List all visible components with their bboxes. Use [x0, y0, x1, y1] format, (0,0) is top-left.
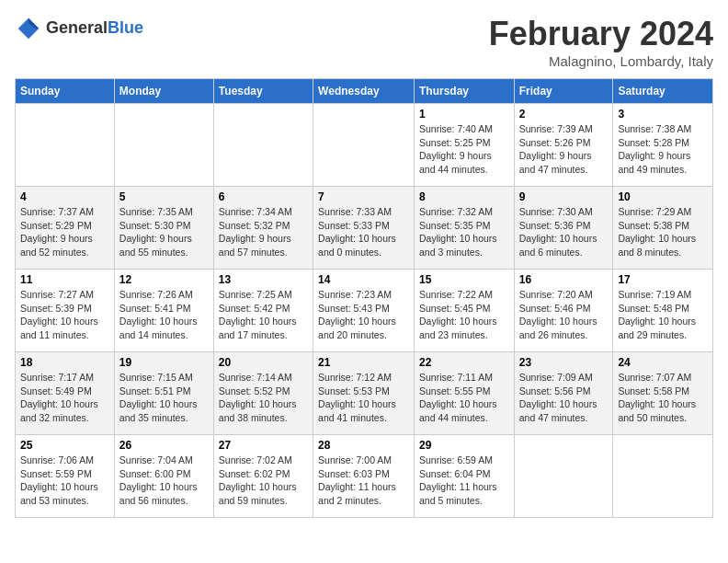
day-number: 2: [519, 108, 609, 121]
day-info: Sunrise: 7:30 AM Sunset: 5:36 PM Dayligh…: [519, 205, 609, 259]
day-number: 22: [419, 356, 509, 369]
calendar-cell: 10Sunrise: 7:29 AM Sunset: 5:38 PM Dayli…: [613, 187, 713, 270]
day-number: 20: [219, 356, 308, 369]
calendar-cell: 8Sunrise: 7:32 AM Sunset: 5:35 PM Daylig…: [414, 187, 514, 270]
calendar-cell: 20Sunrise: 7:14 AM Sunset: 5:52 PM Dayli…: [213, 352, 313, 435]
day-number: 15: [419, 273, 509, 286]
calendar-week-row: 1Sunrise: 7:40 AM Sunset: 5:25 PM Daylig…: [16, 104, 713, 187]
calendar-cell: 23Sunrise: 7:09 AM Sunset: 5:56 PM Dayli…: [514, 352, 613, 435]
day-info: Sunrise: 7:39 AM Sunset: 5:26 PM Dayligh…: [519, 122, 609, 177]
calendar-cell: 9Sunrise: 7:30 AM Sunset: 5:36 PM Daylig…: [514, 187, 613, 270]
calendar-cell: [514, 435, 613, 518]
day-number: 24: [618, 356, 708, 369]
day-number: 6: [219, 190, 308, 203]
day-info: Sunrise: 7:02 AM Sunset: 6:02 PM Dayligh…: [219, 454, 308, 508]
day-number: 14: [318, 273, 409, 286]
day-number: 17: [618, 273, 708, 286]
calendar-cell: 5Sunrise: 7:35 AM Sunset: 5:30 PM Daylig…: [114, 187, 213, 270]
day-info: Sunrise: 7:06 AM Sunset: 5:59 PM Dayligh…: [20, 454, 109, 508]
day-number: 13: [219, 273, 308, 286]
calendar-cell: 14Sunrise: 7:23 AM Sunset: 5:43 PM Dayli…: [313, 270, 415, 352]
day-number: 5: [119, 190, 209, 203]
calendar-cell: 12Sunrise: 7:26 AM Sunset: 5:41 PM Dayli…: [114, 270, 213, 352]
page-header: GeneralBlue February 2024 Malagnino, Lom…: [15, 15, 713, 69]
calendar-cell: 21Sunrise: 7:12 AM Sunset: 5:53 PM Dayli…: [313, 352, 415, 435]
day-info: Sunrise: 7:38 AM Sunset: 5:28 PM Dayligh…: [618, 122, 708, 177]
day-number: 26: [119, 439, 209, 452]
calendar-week-row: 11Sunrise: 7:27 AM Sunset: 5:39 PM Dayli…: [16, 270, 713, 352]
day-number: 10: [618, 190, 708, 203]
day-number: 27: [219, 439, 308, 452]
calendar-cell: 27Sunrise: 7:02 AM Sunset: 6:02 PM Dayli…: [213, 435, 313, 518]
calendar-cell: 3Sunrise: 7:38 AM Sunset: 5:28 PM Daylig…: [613, 104, 713, 187]
day-number: 28: [318, 439, 409, 452]
calendar-cell: [114, 104, 213, 187]
calendar-cell: [213, 104, 313, 187]
day-info: Sunrise: 7:09 AM Sunset: 5:56 PM Dayligh…: [519, 371, 609, 425]
calendar-week-row: 4Sunrise: 7:37 AM Sunset: 5:29 PM Daylig…: [16, 187, 713, 270]
calendar-cell: 1Sunrise: 7:40 AM Sunset: 5:25 PM Daylig…: [414, 104, 514, 187]
day-number: 4: [20, 190, 109, 203]
day-number: 23: [519, 356, 609, 369]
day-number: 25: [20, 439, 109, 452]
calendar-cell: 24Sunrise: 7:07 AM Sunset: 5:58 PM Dayli…: [613, 352, 713, 435]
day-number: 3: [618, 108, 708, 121]
column-header-wednesday: Wednesday: [313, 79, 415, 104]
calendar-cell: 13Sunrise: 7:25 AM Sunset: 5:42 PM Dayli…: [213, 270, 313, 352]
column-header-thursday: Thursday: [414, 79, 514, 104]
location: Malagnino, Lombardy, Italy: [489, 53, 713, 69]
day-info: Sunrise: 7:35 AM Sunset: 5:30 PM Dayligh…: [119, 205, 209, 259]
logo-text: GeneralBlue: [46, 19, 143, 38]
day-number: 7: [318, 190, 409, 203]
calendar-header-row: SundayMondayTuesdayWednesdayThursdayFrid…: [16, 79, 713, 104]
calendar-table: SundayMondayTuesdayWednesdayThursdayFrid…: [15, 78, 713, 518]
day-info: Sunrise: 7:04 AM Sunset: 6:00 PM Dayligh…: [119, 454, 209, 508]
calendar-cell: 26Sunrise: 7:04 AM Sunset: 6:00 PM Dayli…: [114, 435, 213, 518]
day-info: Sunrise: 7:11 AM Sunset: 5:55 PM Dayligh…: [419, 371, 509, 425]
calendar-cell: 29Sunrise: 6:59 AM Sunset: 6:04 PM Dayli…: [414, 435, 514, 518]
day-info: Sunrise: 7:07 AM Sunset: 5:58 PM Dayligh…: [618, 371, 708, 425]
day-number: 11: [20, 273, 109, 286]
calendar-cell: 16Sunrise: 7:20 AM Sunset: 5:46 PM Dayli…: [514, 270, 613, 352]
day-info: Sunrise: 7:40 AM Sunset: 5:25 PM Dayligh…: [419, 122, 509, 177]
day-number: 21: [318, 356, 409, 369]
title-block: February 2024 Malagnino, Lombardy, Italy: [489, 15, 713, 69]
calendar-week-row: 18Sunrise: 7:17 AM Sunset: 5:49 PM Dayli…: [16, 352, 713, 435]
day-info: Sunrise: 7:17 AM Sunset: 5:49 PM Dayligh…: [20, 371, 109, 425]
calendar-cell: 25Sunrise: 7:06 AM Sunset: 5:59 PM Dayli…: [16, 435, 115, 518]
column-header-monday: Monday: [114, 79, 213, 104]
calendar-week-row: 25Sunrise: 7:06 AM Sunset: 5:59 PM Dayli…: [16, 435, 713, 518]
day-number: 29: [419, 439, 509, 452]
day-info: Sunrise: 7:22 AM Sunset: 5:45 PM Dayligh…: [419, 288, 509, 342]
calendar-cell: 6Sunrise: 7:34 AM Sunset: 5:32 PM Daylig…: [213, 187, 313, 270]
day-info: Sunrise: 7:19 AM Sunset: 5:48 PM Dayligh…: [618, 288, 708, 342]
day-info: Sunrise: 7:27 AM Sunset: 5:39 PM Dayligh…: [20, 288, 109, 342]
calendar-cell: [613, 435, 713, 518]
calendar-cell: 2Sunrise: 7:39 AM Sunset: 5:26 PM Daylig…: [514, 104, 613, 187]
day-info: Sunrise: 7:23 AM Sunset: 5:43 PM Dayligh…: [318, 288, 409, 342]
calendar-cell: [313, 104, 415, 187]
calendar-cell: 11Sunrise: 7:27 AM Sunset: 5:39 PM Dayli…: [16, 270, 115, 352]
day-info: Sunrise: 7:34 AM Sunset: 5:32 PM Dayligh…: [219, 205, 308, 259]
day-info: Sunrise: 7:12 AM Sunset: 5:53 PM Dayligh…: [318, 371, 409, 425]
day-number: 12: [119, 273, 209, 286]
day-info: Sunrise: 7:26 AM Sunset: 5:41 PM Dayligh…: [119, 288, 209, 342]
day-number: 16: [519, 273, 609, 286]
day-info: Sunrise: 7:00 AM Sunset: 6:03 PM Dayligh…: [318, 454, 409, 508]
day-number: 18: [20, 356, 109, 369]
day-info: Sunrise: 7:14 AM Sunset: 5:52 PM Dayligh…: [219, 371, 308, 425]
column-header-friday: Friday: [514, 79, 613, 104]
day-info: Sunrise: 7:37 AM Sunset: 5:29 PM Dayligh…: [20, 205, 109, 259]
day-info: Sunrise: 7:20 AM Sunset: 5:46 PM Dayligh…: [519, 288, 609, 342]
column-header-tuesday: Tuesday: [213, 79, 313, 104]
day-info: Sunrise: 7:15 AM Sunset: 5:51 PM Dayligh…: [119, 371, 209, 425]
logo-icon: [15, 15, 42, 42]
calendar-cell: 18Sunrise: 7:17 AM Sunset: 5:49 PM Dayli…: [16, 352, 115, 435]
day-number: 19: [119, 356, 209, 369]
calendar-cell: [16, 104, 115, 187]
calendar-cell: 15Sunrise: 7:22 AM Sunset: 5:45 PM Dayli…: [414, 270, 514, 352]
column-header-saturday: Saturday: [613, 79, 713, 104]
day-number: 9: [519, 190, 609, 203]
day-info: Sunrise: 6:59 AM Sunset: 6:04 PM Dayligh…: [419, 454, 509, 508]
day-info: Sunrise: 7:29 AM Sunset: 5:38 PM Dayligh…: [618, 205, 708, 259]
